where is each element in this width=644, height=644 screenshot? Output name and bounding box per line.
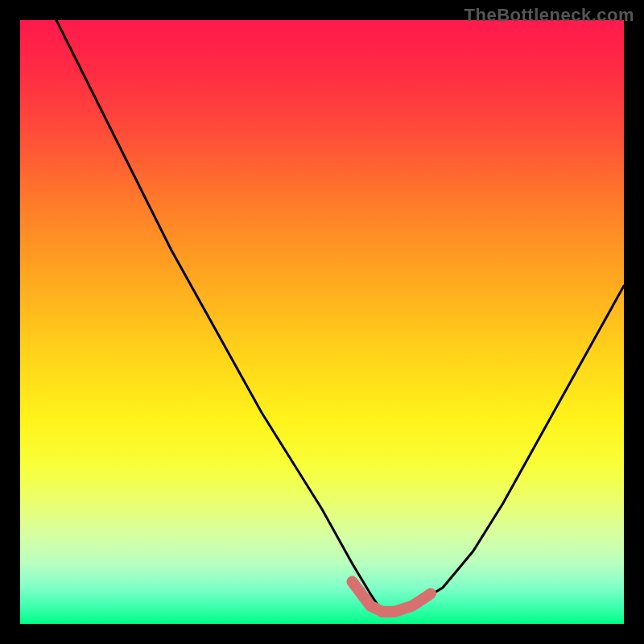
curve-layer: [20, 20, 624, 624]
bottleneck-curve: [56, 20, 624, 612]
chart-container: TheBottleneck.com: [0, 0, 644, 644]
plot-area: [20, 20, 624, 624]
watermark-text: TheBottleneck.com: [464, 5, 634, 26]
valley-highlight: [353, 582, 431, 613]
